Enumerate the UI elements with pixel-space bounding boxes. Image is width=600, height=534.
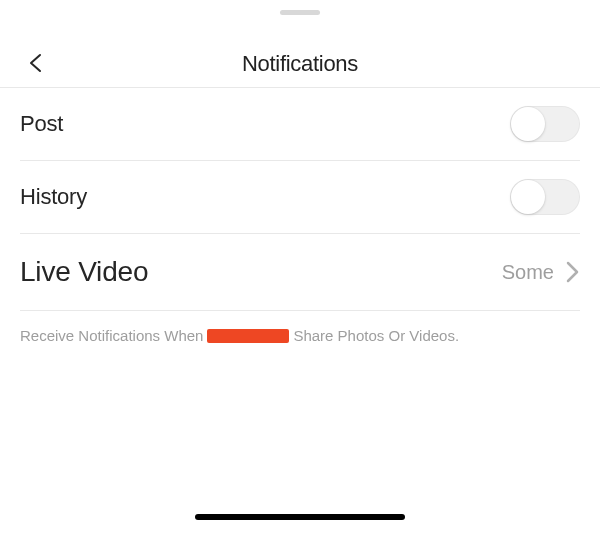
toggle-post[interactable] [510, 106, 580, 142]
footer-suffix: Share Photos Or Videos. [293, 327, 459, 344]
row-label-live: Live Video [20, 256, 148, 288]
chevron-right-icon [566, 260, 580, 284]
row-history: History [20, 161, 580, 234]
back-button[interactable] [26, 53, 46, 73]
footer-prefix: Receive Notifications When [20, 327, 203, 344]
row-live-video[interactable]: Live Video Some [20, 234, 580, 311]
row-label-post: Post [20, 111, 63, 137]
redacted-name [207, 329, 289, 343]
header: Notifications [0, 0, 600, 88]
toggle-knob [511, 180, 545, 214]
row-label-history: History [20, 184, 87, 210]
page-title: Notifications [242, 51, 358, 77]
row-value-live: Some [502, 261, 554, 284]
toggle-history[interactable] [510, 179, 580, 215]
home-indicator[interactable] [195, 514, 405, 520]
row-post: Post [20, 88, 580, 161]
chevron-left-icon [26, 53, 46, 73]
footer-description: Receive Notifications When Share Photos … [20, 311, 580, 360]
toggle-knob [511, 107, 545, 141]
